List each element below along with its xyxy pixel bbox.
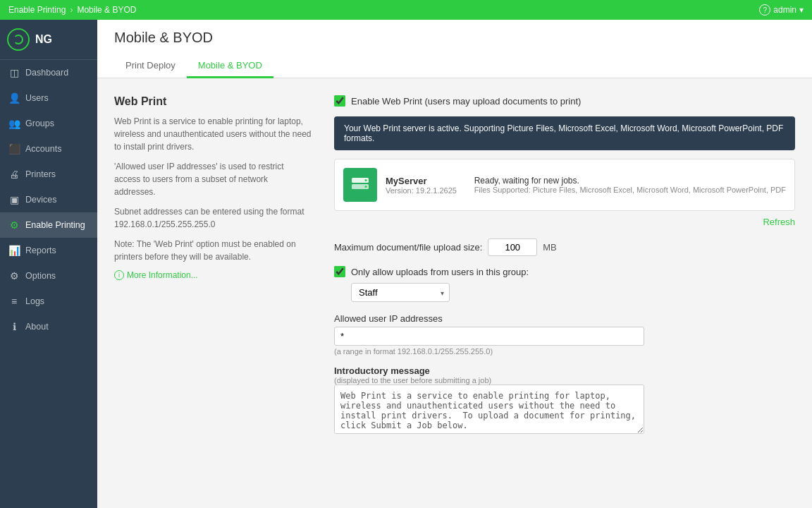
desc4: Note: The 'Web Print' option must be ena… bbox=[114, 238, 312, 263]
groups-icon: 👥 bbox=[8, 118, 20, 129]
sidebar-item-groups[interactable]: 👥 Groups bbox=[0, 111, 97, 136]
breadcrumb-enable-printing[interactable]: Enable Printing bbox=[8, 5, 66, 15]
tab-print-deploy[interactable]: Print Deploy bbox=[114, 54, 187, 78]
sidebar-item-label: Enable Printing bbox=[25, 220, 85, 230]
desc1: Web Print is a service to enable printin… bbox=[114, 115, 312, 153]
reports-icon: 📊 bbox=[8, 245, 20, 256]
logo-icon bbox=[7, 28, 30, 51]
sidebar-item-label: About bbox=[25, 322, 49, 332]
logs-icon: ≡ bbox=[8, 296, 20, 307]
max-upload-input[interactable] bbox=[488, 238, 537, 256]
server-card: MyServer Version: 19.2.1.2625 Ready, wai… bbox=[334, 159, 795, 211]
sidebar-item-devices[interactable]: ▣ Devices bbox=[0, 187, 97, 212]
server-info: MyServer Version: 19.2.1.2625 bbox=[386, 176, 466, 195]
intro-message-hint: (displayed to the user before submitting… bbox=[334, 376, 795, 385]
max-upload-unit: MB bbox=[543, 242, 557, 253]
max-upload-row: Maximum document/file upload size: MB bbox=[334, 238, 795, 256]
max-upload-label: Maximum document/file upload size: bbox=[334, 242, 482, 253]
desc2: 'Allowed user IP addresses' is used to r… bbox=[114, 160, 312, 198]
group-select[interactable]: Staff All Users Admin bbox=[351, 283, 450, 302]
logo-text: NG bbox=[35, 33, 52, 46]
more-info-link[interactable]: i More Information... bbox=[114, 270, 312, 280]
svg-point-3 bbox=[365, 186, 367, 188]
info-circle-icon: i bbox=[114, 270, 124, 280]
options-icon: ⚙ bbox=[8, 270, 20, 282]
allowed-ip-hint: (a range in format 192.168.0.1/255.255.2… bbox=[334, 347, 795, 356]
breadcrumb-separator: › bbox=[70, 5, 73, 15]
page-title: Mobile & BYOD bbox=[114, 30, 795, 46]
intro-message-label: Introductory message bbox=[334, 365, 795, 376]
right-panel: Enable Web Print (users may upload docum… bbox=[334, 95, 795, 446]
only-allow-label: Only allow uploads from users in this gr… bbox=[351, 267, 529, 277]
devices-icon: ▣ bbox=[8, 194, 20, 205]
enable-printing-icon: ⚙ bbox=[8, 219, 20, 231]
sidebar-item-users[interactable]: 👤 Users bbox=[0, 85, 97, 111]
topbar: Enable Printing › Mobile & BYOD ? admin … bbox=[0, 0, 812, 20]
enable-webprint-label: Enable Web Print (users may upload docum… bbox=[351, 96, 581, 107]
sidebar-item-label: Dashboard bbox=[25, 68, 68, 78]
admin-label: admin bbox=[773, 5, 796, 15]
intro-message-textarea[interactable]: Web Print is a service to enable printin… bbox=[334, 385, 644, 434]
sidebar-item-label: Users bbox=[25, 93, 49, 103]
page-header: Mobile & BYOD Print Deploy Mobile & BYOD bbox=[97, 20, 812, 78]
sidebar-item-label: Groups bbox=[25, 119, 54, 128]
server-status: Ready, waiting for new jobs. bbox=[474, 176, 786, 186]
desc3: Subnet addresses can be entered using th… bbox=[114, 205, 312, 231]
tab-mobile-byod[interactable]: Mobile & BYOD bbox=[187, 54, 273, 78]
sidebar-item-label: Logs bbox=[25, 296, 44, 306]
main-content: Mobile & BYOD Print Deploy Mobile & BYOD… bbox=[97, 20, 812, 508]
server-status-info: Ready, waiting for new jobs. Files Suppo… bbox=[474, 176, 786, 194]
section-title: Web Print bbox=[114, 95, 312, 108]
sidebar-item-about[interactable]: ℹ About bbox=[0, 314, 97, 339]
sidebar-item-reports[interactable]: 📊 Reports bbox=[0, 238, 97, 263]
sidebar-item-logs[interactable]: ≡ Logs bbox=[0, 289, 97, 314]
sidebar-item-printers[interactable]: 🖨 Printers bbox=[0, 162, 97, 187]
sidebar: NG ◫ Dashboard 👤 Users 👥 Groups ⬛ Accoun… bbox=[0, 20, 97, 508]
allowed-ip-group: Allowed user IP addresses (a range in fo… bbox=[334, 313, 795, 356]
sidebar-item-options[interactable]: ⚙ Options bbox=[0, 263, 97, 289]
dashboard-icon: ◫ bbox=[8, 67, 20, 78]
admin-menu[interactable]: ? admin ▾ bbox=[759, 4, 804, 16]
about-icon: ℹ bbox=[8, 321, 20, 332]
group-select-wrap: Staff All Users Admin ▾ bbox=[351, 283, 450, 302]
help-icon[interactable]: ? bbox=[759, 4, 770, 16]
sidebar-item-label: Printers bbox=[25, 169, 56, 179]
only-allow-checkbox[interactable] bbox=[334, 266, 345, 277]
tabs: Print Deploy Mobile & BYOD bbox=[114, 54, 795, 78]
group-select-row: Staff All Users Admin ▾ bbox=[351, 283, 795, 302]
sidebar-item-label: Accounts bbox=[25, 144, 61, 154]
allowed-ip-label: Allowed user IP addresses bbox=[334, 313, 795, 324]
logo: NG bbox=[0, 20, 97, 60]
server-version: Version: 19.2.1.2625 bbox=[386, 186, 466, 195]
enable-webprint-checkbox[interactable] bbox=[334, 95, 345, 107]
printers-icon: 🖨 bbox=[8, 169, 20, 180]
sidebar-item-label: Devices bbox=[25, 195, 56, 205]
breadcrumb-mobile-byod[interactable]: Mobile & BYOD bbox=[77, 5, 136, 15]
accounts-icon: ⬛ bbox=[8, 143, 20, 155]
server-formats: Files Supported: Picture Files, Microsof… bbox=[474, 186, 786, 194]
server-name: MyServer bbox=[386, 176, 466, 186]
admin-chevron-icon: ▾ bbox=[799, 5, 804, 15]
left-panel: Web Print Web Print is a service to enab… bbox=[114, 95, 312, 446]
users-icon: 👤 bbox=[8, 92, 20, 104]
sidebar-item-label: Reports bbox=[25, 246, 56, 255]
server-banner: Your Web Print server is active. Support… bbox=[334, 116, 795, 150]
sidebar-item-accounts[interactable]: ⬛ Accounts bbox=[0, 136, 97, 162]
svg-point-2 bbox=[365, 179, 367, 181]
server-icon bbox=[343, 168, 377, 202]
sidebar-item-enable-printing[interactable]: ⚙ Enable Printing bbox=[0, 212, 97, 238]
only-allow-row: Only allow uploads from users in this gr… bbox=[334, 266, 795, 277]
refresh-link[interactable]: Refresh bbox=[334, 217, 795, 227]
sidebar-item-label: Options bbox=[25, 271, 56, 281]
intro-message-group: Introductory message (displayed to the u… bbox=[334, 365, 795, 436]
allowed-ip-input[interactable] bbox=[334, 327, 644, 346]
enable-webprint-row: Enable Web Print (users may upload docum… bbox=[334, 95, 795, 107]
sidebar-item-dashboard[interactable]: ◫ Dashboard bbox=[0, 60, 97, 85]
